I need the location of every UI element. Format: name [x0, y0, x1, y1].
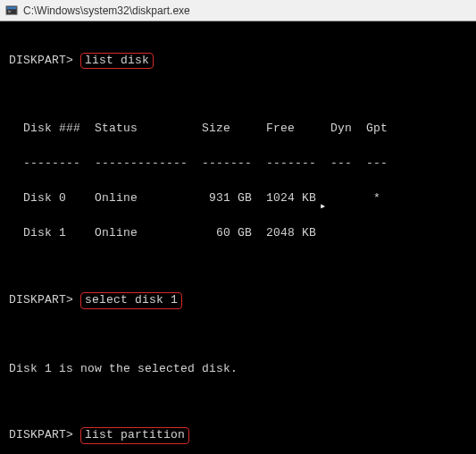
result-select-disk: Disk 1 is now the selected disk.	[9, 360, 467, 378]
disk-row-0: Disk 0 Online 931 GB 1024 KB *	[9, 189, 467, 207]
cmd-list-partition: list partition	[80, 427, 189, 444]
cmd-list-disk: list disk	[80, 53, 154, 70]
window-title: C:\Windows\system32\diskpart.exe	[23, 4, 190, 17]
mouse-cursor-icon: ▸	[320, 199, 326, 213]
disk-row-1: Disk 1 Online 60 GB 2048 KB	[9, 224, 467, 242]
cmd-select-disk: select disk 1	[80, 292, 182, 309]
prompt: DISKPART>	[9, 54, 73, 67]
svg-text:>_: >_	[8, 7, 15, 14]
terminal-output: DISKPART> list disk Disk ### Status Size…	[0, 21, 476, 454]
app-icon: >_	[5, 4, 18, 17]
disk-table-sep: -------- ------------- ------- ------- -…	[9, 155, 467, 172]
prompt: DISKPART>	[9, 428, 73, 441]
titlebar[interactable]: >_ C:\Windows\system32\diskpart.exe	[0, 0, 476, 21]
prompt: DISKPART>	[9, 293, 73, 307]
disk-table-header: Disk ### Status Size Free Dyn Gpt	[9, 120, 467, 138]
